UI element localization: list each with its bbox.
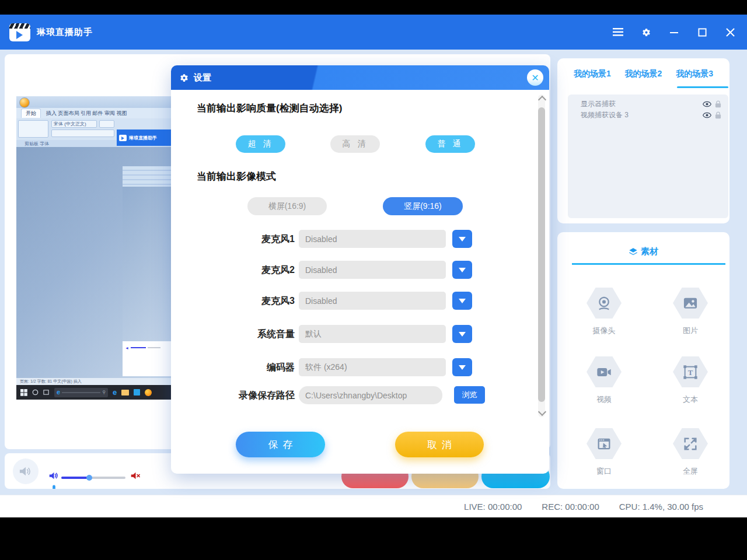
mode-option-portrait[interactable]: 竖屏(9:16) [383, 197, 463, 215]
dialog-scrollbar[interactable] [538, 94, 545, 417]
gear-icon [179, 73, 189, 83]
maximize-icon[interactable] [697, 27, 707, 37]
record-path-input[interactable]: C:\Users\zhnangby\Desktop [299, 386, 442, 404]
settings-dialog-title: 设置 [194, 72, 211, 83]
video-icon [596, 364, 612, 380]
mic3-label: 麦克风3 [206, 295, 295, 307]
mode-option-landscape[interactable]: 横屏(16:9) [247, 197, 327, 215]
lock-icon[interactable] [715, 111, 721, 119]
nested-capture-window: ◄ [123, 166, 172, 376]
text-icon: T [682, 364, 699, 380]
microphone-icon[interactable] [50, 485, 58, 489]
quality-option-normal[interactable]: 普 通 [425, 135, 475, 153]
mic3-select[interactable]: Disabled [299, 292, 446, 310]
record-path-label: 录像保存路径 [206, 390, 295, 402]
mic2-select[interactable]: Disabled [299, 261, 446, 279]
app-logo-icon [9, 23, 30, 41]
mic2-dropdown-icon[interactable] [452, 261, 472, 279]
mic1-dropdown-icon[interactable] [452, 230, 472, 248]
sources-list: 显示器捕获 视频捕获设备 3 [568, 94, 728, 218]
titlebar: 琳琅直播助手 [0, 15, 747, 50]
materials-underline [572, 263, 725, 265]
settings-dialog: 设置 ✕ 当前输出影响质量(检测自动选择) 超 清 高 清 普 通 当前输出影像… [171, 65, 549, 474]
browse-button[interactable]: 浏览 [454, 386, 485, 404]
close-icon[interactable] [725, 27, 735, 37]
scene-tab-3-active[interactable]: 我的场景3 [676, 69, 713, 79]
settings-dialog-header: 设置 ✕ [171, 65, 549, 90]
mode-section-heading: 当前输出影像模式 [197, 170, 276, 183]
office-button-icon [19, 97, 30, 108]
scrollbar-thumb[interactable] [538, 107, 545, 402]
source-row-display-capture[interactable]: 显示器捕获 [568, 99, 728, 110]
mic1-label: 麦克风1 [206, 233, 295, 246]
encoder-dropdown-icon[interactable] [452, 358, 472, 376]
system-volume-label: 系统音量 [206, 328, 295, 341]
menu-icon[interactable] [613, 27, 623, 37]
material-text[interactable]: T 文本 [664, 356, 717, 405]
live-timer: LIVE: 00:00:00 [464, 502, 522, 512]
mute-speaker-icon[interactable] [131, 471, 141, 482]
dialog-close-icon[interactable]: ✕ [527, 69, 543, 86]
rec-timer: REC: 00:00:00 [542, 502, 599, 512]
settings-gear-icon[interactable] [641, 27, 651, 37]
system-volume-select[interactable]: 默认 [299, 325, 446, 343]
fullscreen-icon [682, 436, 699, 452]
mic2-label: 麦克风2 [206, 264, 295, 276]
materials-panel: 素材 摄像头 图片 视频 T 文本 窗口 [557, 232, 729, 489]
ribbon-format-row [51, 130, 114, 137]
task-view-icon [43, 389, 50, 396]
source-row-video-capture[interactable]: 视频捕获设备 3 [568, 110, 728, 121]
speaker-icon[interactable] [49, 471, 59, 482]
cortana-icon [32, 389, 39, 396]
status-bar: LIVE: 00:00:00 REC: 00:00:00 CPU: 1.4%, … [0, 495, 747, 517]
word-status-bar: 页面: 1/2 字数: 81 中文(中国) 插入 [16, 378, 172, 385]
material-fullscreen[interactable]: 全屏 [664, 428, 717, 477]
app-window: 琳琅直播助手 [0, 15, 747, 517]
edge-icon: e [113, 388, 117, 396]
nested-app-logo-icon [119, 135, 127, 141]
material-window[interactable]: 窗口 [578, 428, 630, 477]
ribbon-clipboard-group [18, 120, 48, 138]
quality-section-heading: 当前输出影响质量(检测自动选择) [197, 102, 342, 115]
firefox-icon [145, 389, 152, 396]
stream-preview[interactable]: 开始 插入 页面布局 引用 邮件 审阅 视图 宋体 (中文正文) 剪贴板 字体 … [16, 96, 172, 400]
material-image[interactable]: 图片 [664, 288, 717, 336]
ribbon-size-box [99, 120, 114, 128]
visibility-eye-icon[interactable] [703, 101, 711, 107]
scenes-panel: 我的场景1 我的场景2 我的场景3 显示器捕获 视频捕获设备 3 [557, 58, 729, 223]
scene-tab-2[interactable]: 我的场景2 [625, 69, 662, 79]
mic3-dropdown-icon[interactable] [452, 292, 472, 310]
layers-icon [629, 247, 638, 257]
mic1-select[interactable]: Disabled [299, 230, 446, 248]
store-icon [134, 389, 140, 396]
system-volume-dropdown-icon[interactable] [452, 325, 472, 343]
quality-option-uhd[interactable]: 超 清 [236, 135, 285, 153]
material-video[interactable]: 视频 [578, 356, 630, 405]
ribbon-font-box: 宋体 (中文正文) [51, 120, 97, 128]
window-icon [596, 436, 612, 452]
material-webcam[interactable]: 摄像头 [578, 288, 630, 336]
lock-icon[interactable] [715, 100, 721, 108]
image-icon [682, 295, 699, 312]
quality-option-hd[interactable]: 高 清 [330, 135, 380, 153]
materials-header-label: 素材 [641, 246, 658, 257]
active-scene-underline [677, 86, 728, 88]
scene-tab-1[interactable]: 我的场景1 [574, 69, 611, 79]
word-ribbon-tabs: 开始 插入 页面布局 引用 邮件 审阅 视图 [16, 108, 172, 118]
nested-volume-row: ◄ [123, 341, 172, 354]
master-speaker-button[interactable] [13, 459, 39, 484]
encoder-select[interactable]: 软件 (x264) [299, 358, 446, 376]
word-tab-home: 开始 [21, 108, 41, 118]
taskbar-search: e ⚲ [54, 388, 108, 397]
scroll-down-icon[interactable] [538, 408, 546, 416]
save-button[interactable]: 保存 [236, 432, 325, 457]
minimize-icon[interactable] [669, 27, 679, 37]
visibility-eye-icon[interactable] [703, 112, 711, 118]
scroll-up-icon[interactable] [538, 96, 546, 104]
nested-app-titlebar: 琳琅直播助手 [117, 130, 172, 146]
cancel-button[interactable]: 取消 [395, 432, 484, 457]
volume-slider-handle[interactable] [86, 475, 92, 481]
word-quick-access-bar [16, 96, 172, 108]
volume-slider[interactable] [61, 477, 125, 479]
start-icon [20, 389, 27, 396]
